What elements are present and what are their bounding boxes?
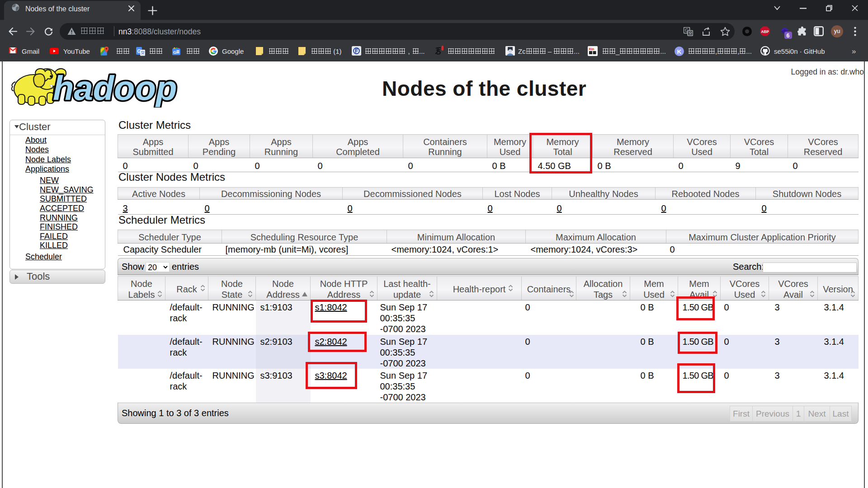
svg-text:G: G (173, 50, 176, 55)
svg-text:F: F (355, 48, 358, 54)
svg-text:K: K (677, 48, 682, 55)
svg-text:hadoop: hadoop (53, 69, 177, 107)
svg-text:Xin: Xin (589, 47, 594, 51)
svg-text:6: 6 (787, 33, 790, 39)
svg-text:ABP: ABP (761, 30, 769, 34)
